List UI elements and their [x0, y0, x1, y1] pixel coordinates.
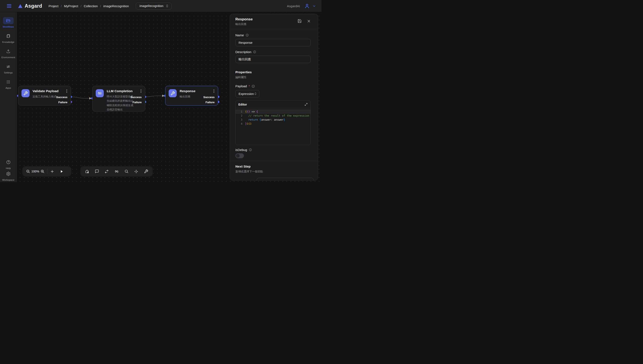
editor-title: Editor	[238, 103, 247, 106]
payload-type-select[interactable]: Expression	[235, 90, 259, 98]
llm-tool-button[interactable]	[114, 169, 119, 174]
sidebar-item-settings[interactable]: Settings	[0, 63, 17, 74]
failure-port[interactable]: Failure	[58, 101, 67, 104]
chevron-down-icon[interactable]	[312, 4, 316, 8]
kebab-menu-icon[interactable]	[64, 89, 69, 94]
swap-connections-button[interactable]	[104, 169, 109, 174]
sidebar-item-apps[interactable]: Apps	[0, 78, 17, 89]
success-port[interactable]: Success	[130, 96, 142, 99]
fit-view-button[interactable]	[134, 169, 138, 174]
expression-editor: Editor 1(() => { 2 // return the result …	[235, 100, 311, 145]
properties-title: Properties	[235, 70, 311, 74]
workflow-select[interactable]: imageRecognition	[136, 2, 172, 10]
left-sidebar: Workflows Knowledge Environment Settings…	[0, 12, 17, 182]
wrench-icon	[23, 91, 28, 96]
plus-icon	[50, 170, 54, 174]
add-node-icon	[85, 169, 89, 174]
llm-refresh-icon	[114, 169, 119, 174]
breadcrumb-project[interactable]: Project	[49, 4, 59, 8]
code-line: 1(() => {	[236, 110, 310, 114]
save-icon[interactable]	[298, 19, 302, 23]
code-line: 2 // return the result of the expression	[236, 114, 310, 118]
sidebar-item-knowledge[interactable]: Knowledge	[0, 32, 17, 43]
kebab-menu-icon[interactable]	[211, 89, 216, 94]
edge-validate-to-llm	[71, 97, 89, 98]
help-circle-icon	[6, 160, 11, 164]
edge-arrowhead	[162, 95, 164, 97]
payload-label-row: Payload *	[235, 84, 311, 88]
sidebar-item-workflows[interactable]: Workflows	[0, 17, 17, 28]
zoom-out-button[interactable]	[26, 169, 30, 174]
comment-button[interactable]	[95, 169, 99, 174]
success-port[interactable]: Success	[56, 96, 67, 99]
node-title: Response	[180, 89, 195, 93]
next-step-subtitle: 新增或選擇下一個節點	[235, 170, 311, 174]
app-logo[interactable]: Asgard	[18, 3, 42, 9]
add-button[interactable]	[50, 170, 54, 174]
upload-icon	[6, 49, 11, 54]
next-step-title: Next Step	[235, 164, 311, 168]
hamburger-menu-icon[interactable]	[6, 3, 12, 9]
triangle-logo-icon	[18, 4, 23, 8]
move-icon	[134, 169, 138, 174]
isdebug-toggle[interactable]	[235, 153, 244, 158]
zoom-out-icon	[26, 169, 30, 174]
sidebar-item-help[interactable]: Help	[0, 159, 17, 170]
breadcrumb-workflow[interactable]: imageRecognition	[103, 4, 129, 8]
llm-refresh-icon	[97, 91, 102, 96]
node-validate-payload[interactable]: Validate Payload 定義工具的輸入格式 Success Failu…	[18, 86, 71, 106]
description-input[interactable]: 輸出回應	[235, 56, 311, 63]
search-icon	[124, 169, 129, 174]
sidebar-item-workspace[interactable]: Workspace	[0, 170, 17, 181]
zoom-level: 100%	[30, 170, 40, 173]
code-line: 4})()	[236, 122, 310, 126]
user-label: AsgardAI	[287, 4, 300, 8]
toggle-knob	[236, 154, 240, 158]
panel-title: Response	[235, 17, 253, 22]
wrench-icon	[144, 169, 148, 174]
node-title: Validate Payload	[33, 89, 59, 93]
play-icon	[60, 170, 63, 173]
info-icon[interactable]	[249, 148, 252, 152]
tools-button[interactable]	[144, 169, 148, 174]
add-target-node-button[interactable]: + 新增目標節點	[257, 178, 314, 180]
breadcrumb: Project / MyProject / Collection / image…	[49, 4, 129, 8]
section-divider	[230, 161, 318, 161]
sidebar-item-environment[interactable]: Environment	[0, 48, 17, 58]
search-button[interactable]	[124, 169, 129, 174]
person-icon[interactable]	[304, 3, 310, 9]
folder-icon	[6, 18, 11, 23]
code-editor[interactable]: 1(() => { 2 // return the result of the …	[236, 108, 310, 145]
node-llm-completion[interactable]: LLM Completion 呼叫大型語言模型並產生結構化的資料輸出以輔助流程的…	[92, 86, 145, 112]
breadcrumb-collection[interactable]: Collection	[84, 4, 98, 8]
zoom-in-button[interactable]	[40, 169, 45, 174]
name-input[interactable]: Response	[235, 39, 311, 46]
expand-icon[interactable]	[305, 103, 308, 106]
node-title: LLM Completion	[107, 89, 132, 93]
logo-text: Asgard	[25, 3, 42, 9]
close-icon[interactable]	[307, 19, 311, 23]
swap-arrows-icon	[104, 169, 109, 174]
add-node-button[interactable]	[85, 169, 89, 174]
panel-subtitle: 輸出回應	[235, 22, 253, 26]
failure-port[interactable]: Failure	[205, 101, 215, 104]
name-label-row: Name	[235, 33, 311, 37]
kebab-menu-icon[interactable]	[139, 89, 143, 94]
node-subtitle: 定義工具的輸入格式	[33, 94, 57, 99]
success-port[interactable]: Success	[203, 96, 215, 99]
edge-llm-to-response	[146, 96, 162, 97]
failure-port[interactable]: Failure	[132, 101, 142, 104]
node-response[interactable]: Response 輸出回應 Success Failure	[165, 86, 218, 106]
zoom-in-icon	[40, 169, 45, 174]
info-icon[interactable]	[246, 34, 249, 37]
inspector-panel: Response 輸出回應 Name Response Descripti	[230, 14, 318, 180]
run-button[interactable]	[60, 170, 63, 173]
top-navbar: Asgard Project / MyProject / Collection …	[0, 0, 321, 12]
success-next-step-row: Success + 新增目標節點	[235, 178, 311, 180]
info-icon[interactable]	[253, 50, 256, 54]
sliders-icon	[6, 64, 11, 69]
book-icon	[6, 34, 11, 38]
info-icon[interactable]	[252, 84, 255, 88]
description-label-row: Description	[235, 50, 311, 54]
breadcrumb-myproject[interactable]: MyProject	[64, 4, 78, 8]
